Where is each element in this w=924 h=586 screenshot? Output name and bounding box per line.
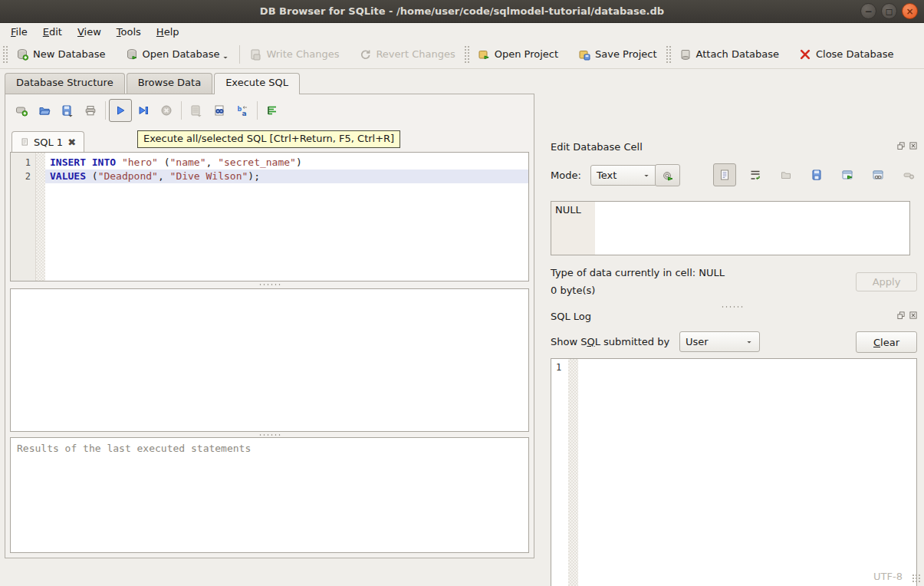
code-area[interactable]: INSERT INTO "hero" ("name", "secret_name… bbox=[45, 153, 528, 281]
open-sql-file-button[interactable] bbox=[33, 99, 56, 122]
new-database-button[interactable]: New Database bbox=[10, 44, 112, 64]
editor-splitter[interactable] bbox=[10, 282, 529, 287]
save-results-button bbox=[185, 99, 208, 122]
open-database-label: Open Database bbox=[143, 48, 220, 60]
stop-execution-button bbox=[155, 99, 178, 122]
revert-changes-icon bbox=[359, 48, 371, 61]
text-mode-button[interactable] bbox=[713, 163, 736, 186]
window-controls: − ◻ × bbox=[860, 3, 918, 19]
main-tab-bar: Database Structure Browse Data Execute S… bbox=[5, 73, 301, 94]
word-wrap-button[interactable] bbox=[744, 163, 767, 186]
cell-type-info: Type of data currently in cell: NULL bbox=[551, 267, 725, 278]
tab-database-structure[interactable]: Database Structure bbox=[5, 73, 125, 94]
caret-down-icon[interactable] bbox=[221, 53, 230, 62]
resize-grip[interactable] bbox=[912, 574, 921, 583]
log-text-area[interactable] bbox=[578, 359, 916, 586]
open-cell-icon bbox=[780, 169, 792, 181]
menu-edit[interactable]: Edit bbox=[35, 25, 70, 39]
attach-database-label: Attach Database bbox=[696, 48, 779, 60]
minimize-button[interactable]: − bbox=[860, 3, 876, 19]
line-number-gutter: 1 2 bbox=[11, 153, 36, 281]
close-database-icon bbox=[799, 48, 811, 61]
execute-all-button[interactable] bbox=[109, 99, 132, 122]
tab-execute-sql[interactable]: Execute SQL bbox=[214, 73, 300, 94]
clear-log-button[interactable]: Clear bbox=[856, 331, 917, 353]
menu-file[interactable]: File bbox=[3, 25, 35, 39]
save-project-button[interactable]: Save Project bbox=[572, 44, 663, 64]
toolbar-drag-handle[interactable] bbox=[666, 45, 671, 64]
menubar: File Edit View Tools Help bbox=[0, 23, 924, 40]
open-project-icon bbox=[478, 48, 490, 61]
link-cell-button[interactable] bbox=[866, 163, 889, 186]
cell-edit-area[interactable] bbox=[595, 202, 909, 255]
sql-editor-toolbar: ba bbox=[10, 97, 284, 124]
save-sql-file-button[interactable] bbox=[56, 99, 79, 122]
float-panel-icon[interactable] bbox=[896, 141, 906, 150]
log-filter-combobox[interactable]: User bbox=[679, 331, 760, 352]
caret-down-icon bbox=[745, 337, 754, 347]
results-grid[interactable] bbox=[10, 288, 529, 432]
replace-button[interactable]: ba bbox=[231, 99, 254, 122]
cell-value-editor[interactable]: NULL bbox=[551, 201, 910, 255]
import-data-icon bbox=[662, 170, 674, 182]
log-filter-label: Show SQL submitted by bbox=[551, 336, 669, 347]
close-database-label: Close Database bbox=[816, 48, 894, 60]
save-project-label: Save Project bbox=[595, 48, 657, 60]
apply-button: Apply bbox=[856, 272, 917, 291]
format-sql-icon bbox=[266, 104, 278, 117]
find-icon bbox=[213, 104, 225, 117]
menu-view[interactable]: View bbox=[70, 25, 109, 39]
cell-null-value: NULL bbox=[551, 202, 595, 255]
execute-sql-panel: ba SQL 1 ✖ Execute all/selected SQL [Ctr… bbox=[5, 94, 534, 558]
word-wrap-icon bbox=[749, 169, 761, 181]
save-project-icon bbox=[578, 48, 590, 61]
import-data-button[interactable] bbox=[655, 164, 680, 186]
sql-log-view[interactable]: 1 bbox=[551, 358, 917, 586]
caret-down-icon bbox=[66, 111, 75, 120]
svg-text:a: a bbox=[242, 110, 247, 117]
link-cell-icon bbox=[872, 169, 884, 181]
dock-splitter[interactable] bbox=[721, 305, 744, 308]
write-changes-icon bbox=[249, 48, 261, 61]
print-sql-button[interactable] bbox=[79, 99, 102, 122]
export-cell-icon bbox=[841, 169, 853, 181]
mode-label: Mode: bbox=[551, 170, 581, 181]
menu-help[interactable]: Help bbox=[149, 25, 187, 39]
revert-changes-button: Revert Changes bbox=[353, 44, 461, 64]
save-cell-button[interactable] bbox=[805, 163, 828, 186]
menu-tools[interactable]: Tools bbox=[109, 25, 149, 39]
print-icon bbox=[84, 104, 97, 117]
text-mode-icon bbox=[718, 169, 731, 181]
clear-label: Clear bbox=[873, 337, 899, 348]
new-database-label: New Database bbox=[33, 48, 106, 60]
sql-code-editor[interactable]: 1 2 INSERT INTO "hero" ("name", "secret_… bbox=[10, 152, 529, 281]
new-sql-tab-button[interactable] bbox=[10, 99, 33, 122]
cell-size-info: 0 byte(s) bbox=[551, 285, 595, 296]
close-panel-icon[interactable] bbox=[909, 311, 918, 320]
format-sql-button[interactable] bbox=[261, 99, 284, 122]
find-button[interactable] bbox=[208, 99, 231, 122]
close-panel-icon[interactable] bbox=[909, 141, 918, 150]
sql-doc-icon bbox=[20, 137, 29, 146]
maximize-button[interactable]: ◻ bbox=[881, 3, 897, 19]
attach-database-icon bbox=[679, 48, 692, 61]
execute-all-icon bbox=[114, 104, 127, 117]
tab-browse-data[interactable]: Browse Data bbox=[127, 73, 213, 94]
sql-1-tab[interactable]: SQL 1 ✖ bbox=[12, 131, 84, 152]
close-button[interactable]: × bbox=[902, 3, 918, 19]
close-database-button[interactable]: Close Database bbox=[793, 44, 900, 64]
toolbar-drag-handle[interactable] bbox=[464, 45, 469, 64]
code-line-2: VALUES ("Deadpond", "Dive Wilson"); bbox=[45, 170, 528, 183]
execute-line-button[interactable] bbox=[132, 99, 155, 122]
open-project-button[interactable]: Open Project bbox=[472, 44, 564, 64]
mode-combobox[interactable]: Text bbox=[590, 165, 657, 186]
toolbar-drag-handle[interactable] bbox=[2, 45, 8, 64]
open-database-icon bbox=[126, 48, 138, 61]
open-database-button[interactable]: Open Database bbox=[120, 43, 237, 66]
close-tab-icon[interactable]: ✖ bbox=[67, 137, 76, 148]
attach-database-button[interactable]: Attach Database bbox=[673, 44, 785, 64]
toggle-disabled-icon bbox=[903, 169, 915, 181]
export-cell-button[interactable] bbox=[836, 163, 859, 186]
float-panel-icon[interactable] bbox=[896, 311, 906, 320]
window-title: DB Browser for SQLite - /home/user/code/… bbox=[260, 5, 664, 17]
